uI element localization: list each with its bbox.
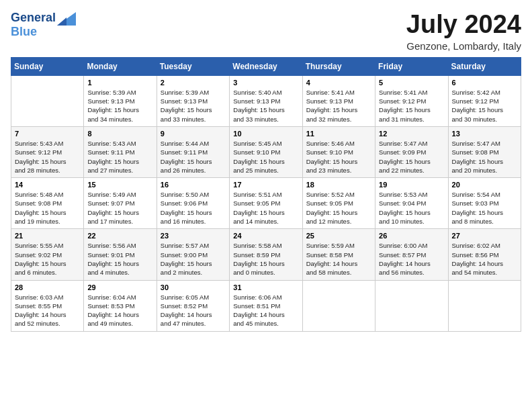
daylight-line2: and 56 minutes. [379,268,444,277]
calendar-cell: 2Sunrise: 5:39 AMSunset: 9:13 PMDaylight… [157,75,229,126]
day-info: Sunrise: 5:58 AMSunset: 8:59 PMDaylight:… [233,241,298,277]
day-number: 20 [452,181,517,189]
daylight-line2: and 49 minutes. [87,319,152,328]
day-number: 18 [306,181,371,189]
sunset-text: Sunset: 8:57 PM [379,250,444,259]
day-info: Sunrise: 5:41 AMSunset: 9:12 PMDaylight:… [379,88,444,124]
daylight-line1: Daylight: 15 hours [161,259,226,268]
location: Genzone, Lombardy, Italy [406,40,521,52]
daylight-line2: and 19 minutes. [15,217,80,226]
sunrise-text: Sunrise: 5:46 AM [306,139,371,148]
sunrise-text: Sunrise: 5:41 AM [306,88,371,97]
day-number: 31 [233,283,298,291]
daylight-line1: Daylight: 15 hours [306,105,371,114]
daylight-line2: and 16 minutes. [161,217,226,226]
sunset-text: Sunset: 9:10 PM [306,148,371,156]
day-number: 12 [379,130,444,138]
weekday-header-monday: Monday [84,57,157,75]
daylight-line1: Daylight: 15 hours [452,208,517,217]
daylight-line1: Daylight: 14 hours [452,259,517,268]
day-number: 29 [87,283,152,291]
day-number: 7 [15,130,80,138]
sunrise-text: Sunrise: 5:50 AM [161,190,226,199]
daylight-line2: and 17 minutes. [87,217,152,226]
day-number: 24 [233,232,298,240]
day-info: Sunrise: 6:06 AMSunset: 8:51 PMDaylight:… [233,293,298,328]
sunset-text: Sunset: 9:13 PM [306,97,371,105]
daylight-line2: and 54 minutes. [452,268,517,277]
sunrise-text: Sunrise: 5:41 AM [379,88,444,97]
day-info: Sunrise: 5:50 AMSunset: 9:06 PMDaylight:… [161,190,226,226]
logo-text-blue: Blue [11,26,37,39]
calendar-cell [375,280,448,331]
daylight-line1: Daylight: 15 hours [161,157,226,166]
day-info: Sunrise: 5:39 AMSunset: 9:13 PMDaylight:… [87,88,152,124]
day-number: 14 [15,181,80,189]
sunset-text: Sunset: 8:51 PM [233,302,298,310]
day-number: 10 [233,130,298,138]
calendar-cell: 20Sunrise: 5:54 AMSunset: 9:03 PMDayligh… [448,178,521,229]
day-number: 3 [233,79,298,87]
logo-text-general: General [11,11,56,25]
daylight-line1: Daylight: 15 hours [306,208,371,217]
day-number: 17 [233,181,298,189]
sunset-text: Sunset: 9:02 PM [15,250,80,259]
sunset-text: Sunset: 9:12 PM [379,97,444,105]
calendar-cell: 30Sunrise: 6:05 AMSunset: 8:52 PMDayligh… [157,280,229,331]
daylight-line2: and 32 minutes. [306,115,371,124]
day-info: Sunrise: 5:43 AMSunset: 9:12 PMDaylight:… [15,139,80,175]
daylight-line2: and 33 minutes. [161,115,226,124]
sunrise-text: Sunrise: 5:53 AM [379,190,444,199]
calendar-week-3: 14Sunrise: 5:48 AMSunset: 9:08 PMDayligh… [11,178,521,229]
calendar-week-1: 1Sunrise: 5:39 AMSunset: 9:13 PMDaylight… [11,75,521,126]
logo-icon [57,12,76,26]
weekday-header-wednesday: Wednesday [230,57,302,75]
day-info: Sunrise: 5:43 AMSunset: 9:11 PMDaylight:… [87,139,152,175]
calendar-cell: 7Sunrise: 5:43 AMSunset: 9:12 PMDaylight… [11,126,84,177]
sunset-text: Sunset: 9:09 PM [379,148,444,156]
calendar-cell: 8Sunrise: 5:43 AMSunset: 9:11 PMDaylight… [84,126,157,177]
month-title: July 2024 [406,11,521,39]
daylight-line1: Daylight: 15 hours [452,105,517,114]
sunrise-text: Sunrise: 5:40 AM [233,88,298,97]
sunrise-text: Sunrise: 5:45 AM [233,139,298,148]
calendar-week-4: 21Sunrise: 5:55 AMSunset: 9:02 PMDayligh… [11,229,521,280]
sunset-text: Sunset: 9:10 PM [233,148,298,156]
daylight-line2: and 2 minutes. [161,268,226,277]
day-number: 2 [161,79,226,87]
daylight-line2: and 52 minutes. [15,319,80,328]
sunrise-text: Sunrise: 5:58 AM [233,241,298,250]
sunset-text: Sunset: 8:58 PM [306,250,371,259]
daylight-line2: and 34 minutes. [87,115,152,124]
calendar-cell: 13Sunrise: 5:47 AMSunset: 9:08 PMDayligh… [448,126,521,177]
day-info: Sunrise: 5:44 AMSunset: 9:11 PMDaylight:… [161,139,226,175]
day-info: Sunrise: 5:40 AMSunset: 9:13 PMDaylight:… [233,88,298,124]
day-number: 28 [15,283,80,291]
daylight-line1: Daylight: 15 hours [87,157,152,166]
sunset-text: Sunset: 9:12 PM [15,148,80,156]
calendar-cell: 4Sunrise: 5:41 AMSunset: 9:13 PMDaylight… [302,75,375,126]
day-info: Sunrise: 5:42 AMSunset: 9:12 PMDaylight:… [452,88,517,124]
daylight-line1: Daylight: 15 hours [87,105,152,114]
sunset-text: Sunset: 9:05 PM [233,199,298,208]
day-number: 11 [306,130,371,138]
calendar-cell: 1Sunrise: 5:39 AMSunset: 9:13 PMDaylight… [84,75,157,126]
sunset-text: Sunset: 8:52 PM [161,302,226,310]
sunset-text: Sunset: 9:07 PM [87,199,152,208]
daylight-line2: and 33 minutes. [233,115,298,124]
weekday-header-thursday: Thursday [302,57,375,75]
day-number: 27 [452,232,517,240]
daylight-line1: Daylight: 15 hours [379,105,444,114]
day-number: 22 [87,232,152,240]
sunrise-text: Sunrise: 5:55 AM [15,241,80,250]
day-number: 19 [379,181,444,189]
day-info: Sunrise: 6:03 AMSunset: 8:55 PMDaylight:… [15,293,80,328]
calendar-cell: 15Sunrise: 5:49 AMSunset: 9:07 PMDayligh… [84,178,157,229]
sunrise-text: Sunrise: 5:42 AM [452,88,517,97]
calendar-cell: 26Sunrise: 6:00 AMSunset: 8:57 PMDayligh… [375,229,448,280]
daylight-line2: and 23 minutes. [306,166,371,175]
day-info: Sunrise: 5:49 AMSunset: 9:07 PMDaylight:… [87,190,152,226]
daylight-line2: and 30 minutes. [452,115,517,124]
sunrise-text: Sunrise: 5:51 AM [233,190,298,199]
daylight-line1: Daylight: 15 hours [379,157,444,166]
